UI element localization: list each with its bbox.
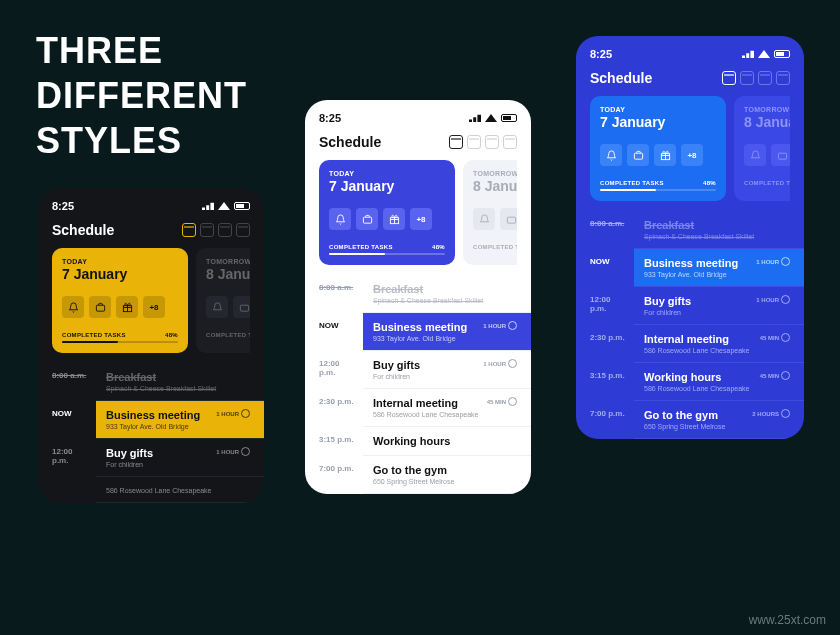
day-card-today[interactable]: TODAY 7 January +8 COMPLETED TASKS48% [319,160,455,265]
progress-label: COMPLETED TASKS48% [62,332,178,338]
status-bar: 8:25 [590,48,790,60]
day-label: TODAY [329,170,445,177]
view-day-icon[interactable] [722,71,736,85]
progress-label: COMPLETED TASKS48% [600,180,716,186]
item-subtitle: 933 Taylor Ave. Old Bridge [373,335,517,342]
day-date: 8 January [206,266,250,282]
view-grid-icon[interactable] [236,223,250,237]
item-body: 586 Rosewood Lane Chesapeake [96,477,264,503]
view-day-icon[interactable] [449,135,463,149]
schedule-item[interactable]: 3:15 p.m.Working hours45 MIN586 Rosewood… [576,363,804,401]
phone-light: 8:25 Schedule TODAY 7 January +8 COMPLET… [305,100,531,494]
briefcase-icon[interactable] [89,296,111,318]
item-title: Go to the gym [373,464,447,476]
item-body: Business meeting1 HOUR933 Taylor Ave. Ol… [634,249,804,287]
view-week-icon[interactable] [467,135,481,149]
schedule-item[interactable]: 586 Rosewood Lane Chesapeake [38,477,264,503]
item-body: Internal meeting45 MIN586 Rosewood Lane … [634,325,804,363]
item-body: BreakfastSpinach & Cheese Breakfast Skil… [96,363,264,401]
bell-icon[interactable] [62,296,84,318]
briefcase-icon[interactable] [233,296,250,318]
view-month-icon[interactable] [218,223,232,237]
schedule-item[interactable]: NOWBusiness meeting1 HOUR933 Taylor Ave.… [305,313,531,351]
schedule-item[interactable]: 8:00 a.m.BreakfastSpinach & Cheese Break… [576,211,804,249]
gift-icon[interactable] [383,208,405,230]
view-week-icon[interactable] [200,223,214,237]
item-title: Go to the gym [644,409,718,421]
gift-icon[interactable] [654,144,676,166]
schedule-list-dark: 8:00 a.m.BreakfastSpinach & Cheese Break… [38,363,264,503]
item-time: 7:00 p.m. [576,401,634,439]
bell-icon[interactable] [206,296,228,318]
svg-rect-6 [634,153,642,159]
bell-icon[interactable] [473,208,495,230]
schedule-item[interactable]: 7:00 p.m.Go to the gym2 HOURS650 Spring … [576,401,804,439]
view-week-icon[interactable] [740,71,754,85]
item-body: BreakfastSpinach & Cheese Breakfast Skil… [634,211,804,249]
view-grid-icon[interactable] [776,71,790,85]
item-subtitle: Spinach & Cheese Breakfast Skillet [373,297,517,304]
item-subtitle: 933 Taylor Ave. Old Bridge [106,423,250,430]
schedule-item[interactable]: 7:00 p.m.Go to the gym650 Spring Street … [305,456,531,494]
more-count[interactable]: +8 [143,296,165,318]
schedule-item[interactable]: 12:00 p.m.Buy gifts1 HOURFor children [305,351,531,389]
item-time: 3:15 p.m. [576,363,634,401]
signal-icon [469,114,481,122]
day-card-today[interactable]: TODAY 7 January +8 COMPLETED TASKS48% [52,248,188,353]
gift-icon[interactable] [116,296,138,318]
svg-rect-0 [96,305,104,311]
schedule-item[interactable]: 12:00 p.m.Buy gifts1 HOURFor children [38,439,264,477]
headline-l3: STYLES [36,118,247,163]
item-title: Working hours [644,371,721,383]
item-subtitle: 586 Rosewood Lane Chesapeake [373,411,517,418]
item-duration: 45 MIN [760,333,790,342]
item-subtitle: 586 Rosewood Lane Chesapeake [644,385,790,392]
item-body: Working hours45 MIN586 Rosewood Lane Che… [634,363,804,401]
schedule-item[interactable]: 8:00 a.m.BreakfastSpinach & Cheese Break… [305,275,531,313]
item-title: Buy gifts [644,295,691,307]
schedule-item[interactable]: 12:00 p.m.Buy gifts1 HOURFor children [576,287,804,325]
bell-icon[interactable] [600,144,622,166]
view-month-icon[interactable] [485,135,499,149]
schedule-item[interactable]: NOWBusiness meeting1 HOUR933 Taylor Ave.… [38,401,264,439]
bell-icon[interactable] [329,208,351,230]
progress-bar [62,341,178,343]
briefcase-icon[interactable] [356,208,378,230]
schedule-item[interactable]: 3:15 p.m.Working hours [305,427,531,456]
item-subtitle: 650 Spring Street Melrose [644,423,790,430]
svg-rect-3 [363,217,371,223]
more-count[interactable]: +8 [681,144,703,166]
bell-icon[interactable] [744,144,766,166]
item-subtitle: 586 Rosewood Lane Chesapeake [644,347,790,354]
schedule-item[interactable]: 2:30 p.m.Internal meeting45 MIN586 Rosew… [305,389,531,427]
day-card-tomorrow[interactable]: TOMORROW 8 January COMPLETED TASKS [463,160,517,265]
briefcase-icon[interactable] [627,144,649,166]
more-count[interactable]: +8 [410,208,432,230]
day-label: TOMORROW [206,258,250,265]
item-time: 8:00 a.m. [576,211,634,249]
progress-label: COMPLETED TASKS [473,244,517,250]
signal-icon [742,50,754,58]
view-month-icon[interactable] [758,71,772,85]
battery-icon [774,50,790,58]
day-card-today[interactable]: TODAY 7 January +8 COMPLETED TASKS48% [590,96,726,201]
schedule-list-blue: 8:00 a.m.BreakfastSpinach & Cheese Break… [576,211,804,439]
view-grid-icon[interactable] [503,135,517,149]
item-subtitle: For children [106,461,250,468]
day-label: TOMORROW [744,106,790,113]
item-body: Go to the gym2 HOURS650 Spring Street Me… [634,401,804,439]
day-card-tomorrow[interactable]: TOMORROW 8 January COMPLETED TASKS [196,248,250,353]
item-duration: 45 MIN [487,397,517,406]
item-time: 12:00 p.m. [38,439,96,477]
schedule-item[interactable]: 2:30 p.m.Internal meeting45 MIN586 Rosew… [576,325,804,363]
view-switcher [182,223,250,237]
day-date: 8 January [473,178,517,194]
briefcase-icon[interactable] [771,144,790,166]
schedule-item[interactable]: NOWBusiness meeting1 HOUR933 Taylor Ave.… [576,249,804,287]
schedule-item[interactable]: 8:00 a.m.BreakfastSpinach & Cheese Break… [38,363,264,401]
item-time: NOW [38,401,96,439]
briefcase-icon[interactable] [500,208,517,230]
day-card-tomorrow[interactable]: TOMORROW 8 January COMPLETED TASKS [734,96,790,201]
view-day-icon[interactable] [182,223,196,237]
progress-label: COMPLETED TASKS [206,332,250,338]
